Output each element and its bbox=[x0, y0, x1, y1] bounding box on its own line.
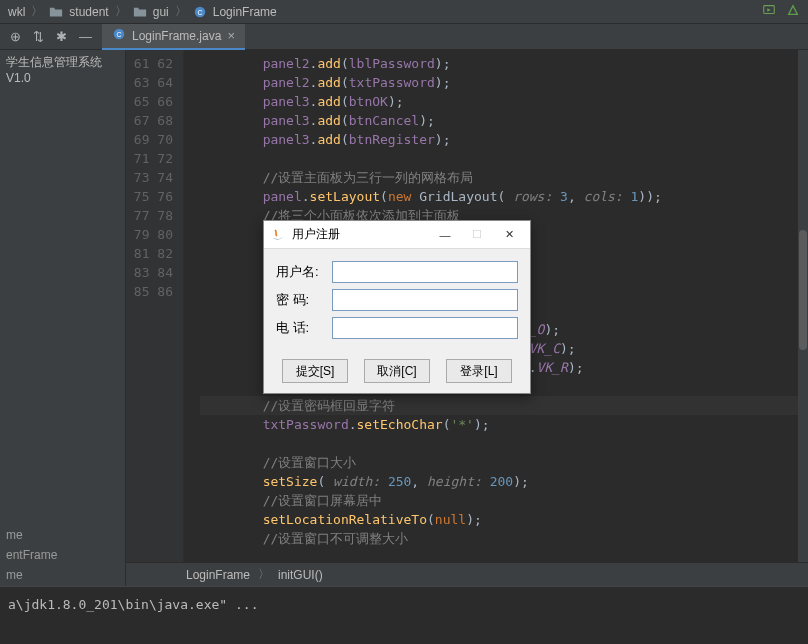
build-icon[interactable] bbox=[786, 3, 800, 20]
scrollbar[interactable] bbox=[798, 50, 808, 562]
chevron-right-icon: 〉 bbox=[31, 3, 43, 20]
scroll-thumb[interactable] bbox=[799, 230, 807, 350]
editor-status: LoginFrame 〉 initGUI() bbox=[126, 562, 808, 586]
cancel-button[interactable]: 取消[C] bbox=[364, 359, 430, 383]
svg-text:C: C bbox=[116, 31, 121, 38]
sidebar-item[interactable]: me bbox=[6, 528, 119, 542]
project-root[interactable]: 学生信息管理系统V1.0 bbox=[6, 54, 119, 85]
close-icon[interactable]: × bbox=[227, 28, 235, 43]
code-line: panel.setLayout(new GridLayout( rows: 3,… bbox=[200, 187, 808, 206]
code-line: setLocationRelativeTo(null); bbox=[200, 510, 808, 529]
tab-label: LoginFrame.java bbox=[132, 29, 221, 43]
dialog-titlebar[interactable]: 用户注册 — ☐ ✕ bbox=[264, 221, 530, 249]
svg-text:C: C bbox=[197, 8, 202, 15]
expand-icon[interactable]: ⇅ bbox=[33, 29, 44, 44]
status-method: initGUI() bbox=[278, 568, 323, 582]
code-line: panel3.add(btnRegister); bbox=[200, 130, 808, 149]
run-target-icon[interactable] bbox=[762, 3, 776, 20]
password-field[interactable] bbox=[332, 289, 518, 311]
class-icon: C bbox=[112, 27, 126, 44]
register-dialog: 用户注册 — ☐ ✕ 用户名: 密 码: 电 话: 提交[S] 取消[C] 登录… bbox=[263, 220, 531, 394]
minimize-icon[interactable]: — bbox=[79, 29, 92, 44]
code-line: panel2.add(txtPassword); bbox=[200, 73, 808, 92]
username-field[interactable] bbox=[332, 261, 518, 283]
dialog-title: 用户注册 bbox=[292, 226, 340, 243]
code-line: txtPassword.setEchoChar('*'); bbox=[200, 415, 808, 434]
password-label: 密 码: bbox=[276, 291, 332, 309]
class-icon: C bbox=[193, 5, 207, 19]
code-line: //设置密码框回显字符 bbox=[200, 396, 808, 415]
breadcrumb-item[interactable]: wkl bbox=[8, 5, 25, 19]
folder-icon bbox=[49, 5, 63, 19]
breadcrumb: wkl 〉 student 〉 gui 〉 C LoginFrame bbox=[0, 0, 808, 24]
toolbar: ⊕ ⇅ ✱ — C LoginFrame.java × bbox=[0, 24, 808, 50]
collapse-icon[interactable]: ⊕ bbox=[10, 29, 21, 44]
chevron-right-icon: 〉 bbox=[175, 3, 187, 20]
sidebar-item[interactable]: entFrame bbox=[6, 548, 119, 562]
gear-icon[interactable]: ✱ bbox=[56, 29, 67, 44]
project-sidebar: 学生信息管理系统V1.0 me entFrame me bbox=[0, 50, 126, 586]
java-icon bbox=[270, 227, 286, 243]
status-class: LoginFrame bbox=[186, 568, 250, 582]
code-line: setSize( width: 250, height: 200); bbox=[200, 472, 808, 491]
username-label: 用户名: bbox=[276, 263, 332, 281]
console-text: a\jdk1.8.0_201\bin\java.exe" ... bbox=[8, 597, 258, 612]
breadcrumb-item[interactable]: student bbox=[69, 5, 108, 19]
chevron-right-icon: 〉 bbox=[258, 566, 270, 583]
code-line bbox=[200, 434, 808, 453]
phone-label: 电 话: bbox=[276, 319, 332, 337]
code-line: panel3.add(btnCancel); bbox=[200, 111, 808, 130]
login-button[interactable]: 登录[L] bbox=[446, 359, 512, 383]
maximize-icon[interactable]: ☐ bbox=[462, 224, 492, 246]
breadcrumb-item[interactable]: LoginFrame bbox=[213, 5, 277, 19]
code-line: panel2.add(lblPassword); bbox=[200, 54, 808, 73]
line-gutter: 61 62 63 64 65 66 67 68 69 70 71 72 73 7… bbox=[126, 50, 184, 562]
chevron-right-icon: 〉 bbox=[115, 3, 127, 20]
close-icon[interactable]: ✕ bbox=[494, 224, 524, 246]
folder-icon bbox=[133, 5, 147, 19]
console-output: a\jdk1.8.0_201\bin\java.exe" ... bbox=[0, 586, 808, 642]
code-line: panel3.add(btnOK); bbox=[200, 92, 808, 111]
breadcrumb-item[interactable]: gui bbox=[153, 5, 169, 19]
code-line: //设置主面板为三行一列的网格布局 bbox=[200, 168, 808, 187]
code-line: //设置窗口大小 bbox=[200, 453, 808, 472]
minimize-icon[interactable]: — bbox=[430, 224, 460, 246]
editor-tab[interactable]: C LoginFrame.java × bbox=[102, 24, 245, 50]
code-line: //设置窗口不可调整大小 bbox=[200, 529, 808, 548]
sidebar-item[interactable]: me bbox=[6, 568, 119, 582]
code-line: //设置窗口屏幕居中 bbox=[200, 491, 808, 510]
code-line bbox=[200, 149, 808, 168]
phone-field[interactable] bbox=[332, 317, 518, 339]
submit-button[interactable]: 提交[S] bbox=[282, 359, 348, 383]
